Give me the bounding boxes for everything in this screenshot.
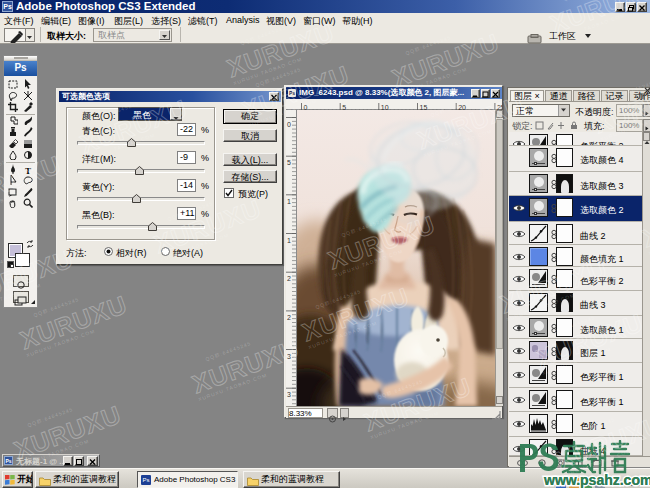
svg-text:1: 1 — [287, 237, 291, 244]
svg-text:2: 2 — [287, 314, 291, 321]
svg-text:2: 2 — [287, 275, 291, 282]
svg-text:3: 3 — [287, 391, 291, 398]
svg-text:www.psahz.com: www.psahz.com — [543, 472, 650, 488]
svg-text:1: 1 — [287, 198, 291, 205]
svg-text:3: 3 — [287, 353, 291, 360]
svg-text:5: 5 — [287, 159, 291, 166]
svg-text:0: 0 — [287, 121, 291, 128]
